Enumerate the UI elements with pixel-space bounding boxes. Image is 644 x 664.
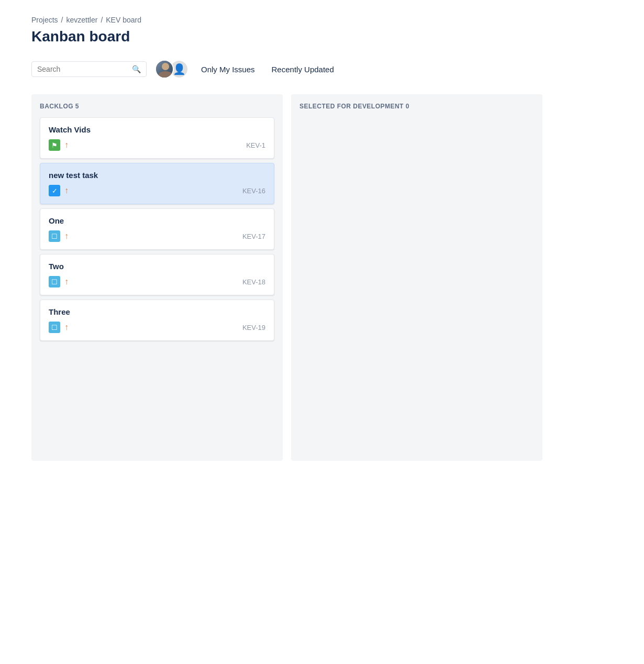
priority-high-icon: ↑ [64, 186, 69, 195]
user-avatar-1[interactable] [155, 60, 174, 79]
card-kev-16-icons: ✓ ↑ [49, 185, 69, 196]
breadcrumb-sep1: / [61, 16, 63, 24]
card-kev-19-id: KEV-19 [242, 324, 265, 331]
card-kev-18-footer: ☐ ↑ KEV-18 [49, 276, 265, 287]
column-selected-count: 0 [406, 103, 409, 110]
card-kev-18-id: KEV-18 [242, 278, 265, 286]
card-kev-18-icons: ☐ ↑ [49, 276, 69, 287]
card-kev-1[interactable]: Watch Vids ⚑ ↑ KEV-1 [40, 117, 274, 159]
card-kev-16-footer: ✓ ↑ KEV-16 [49, 185, 265, 196]
card-kev-16-id: KEV-16 [242, 187, 265, 195]
column-backlog-count: 5 [75, 103, 79, 110]
card-kev-16-title: new test task [49, 171, 265, 180]
column-backlog-header: BACKLOG 5 [40, 103, 274, 110]
avatar-group: 👤 [155, 60, 188, 79]
column-selected-for-development: SELECTED FOR DEVELOPMENT 0 [291, 94, 542, 461]
card-kev-17-title: One [49, 216, 265, 225]
card-kev-19-footer: ☐ ↑ KEV-19 [49, 322, 265, 333]
card-kev-17[interactable]: One ☐ ↑ KEV-17 [40, 208, 274, 250]
user-avatar-generic-icon: 👤 [173, 63, 186, 75]
page-title: Kanban board [31, 28, 613, 45]
priority-high-icon: ↑ [64, 323, 69, 332]
checkbox-checked-icon: ✓ [49, 185, 60, 196]
column-backlog: BACKLOG 5 Watch Vids ⚑ ↑ KEV-1 new test … [31, 94, 283, 461]
breadcrumb-user[interactable]: kevzettler [66, 16, 97, 24]
priority-high-icon: ↑ [64, 277, 69, 286]
card-kev-19-icons: ☐ ↑ [49, 322, 69, 333]
card-kev-18[interactable]: Two ☐ ↑ KEV-18 [40, 254, 274, 295]
task-icon: ☐ [49, 276, 60, 287]
column-selected-header: SELECTED FOR DEVELOPMENT 0 [299, 103, 534, 110]
recently-updated-button[interactable]: Recently Updated [268, 63, 338, 76]
breadcrumb-projects[interactable]: Projects [31, 16, 58, 24]
toolbar: 🔍 👤 Only My Issues Recently Updated [31, 60, 613, 79]
bookmark-icon: ⚑ [49, 139, 60, 151]
search-input[interactable] [37, 65, 130, 73]
task-icon: ☐ [49, 230, 60, 242]
priority-high-icon: ↑ [64, 231, 69, 241]
priority-high-icon: ↑ [64, 140, 69, 150]
card-kev-18-title: Two [49, 262, 265, 271]
user-avatar-photo [156, 60, 173, 79]
card-kev-1-id: KEV-1 [246, 141, 265, 149]
breadcrumb-board[interactable]: KEV board [106, 16, 141, 24]
breadcrumb: Projects / kevzettler / KEV board [31, 16, 613, 24]
card-kev-19[interactable]: Three ☐ ↑ KEV-19 [40, 300, 274, 341]
column-backlog-title: BACKLOG [40, 103, 73, 110]
card-kev-19-title: Three [49, 307, 265, 316]
card-kev-1-title: Watch Vids [49, 125, 265, 134]
search-icon: 🔍 [132, 65, 141, 73]
card-kev-1-footer: ⚑ ↑ KEV-1 [49, 139, 265, 151]
only-my-issues-button[interactable]: Only My Issues [197, 63, 259, 76]
column-selected-title: SELECTED FOR DEVELOPMENT [299, 103, 404, 110]
kanban-board: BACKLOG 5 Watch Vids ⚑ ↑ KEV-1 new test … [31, 94, 613, 461]
card-kev-17-footer: ☐ ↑ KEV-17 [49, 230, 265, 242]
card-kev-17-id: KEV-17 [242, 233, 265, 240]
task-icon: ☐ [49, 322, 60, 333]
search-box: 🔍 [31, 61, 147, 77]
card-kev-17-icons: ☐ ↑ [49, 230, 69, 242]
breadcrumb-sep2: / [101, 16, 103, 24]
card-kev-16[interactable]: new test task ✓ ↑ KEV-16 [40, 163, 274, 204]
card-kev-1-icons: ⚑ ↑ [49, 139, 69, 151]
